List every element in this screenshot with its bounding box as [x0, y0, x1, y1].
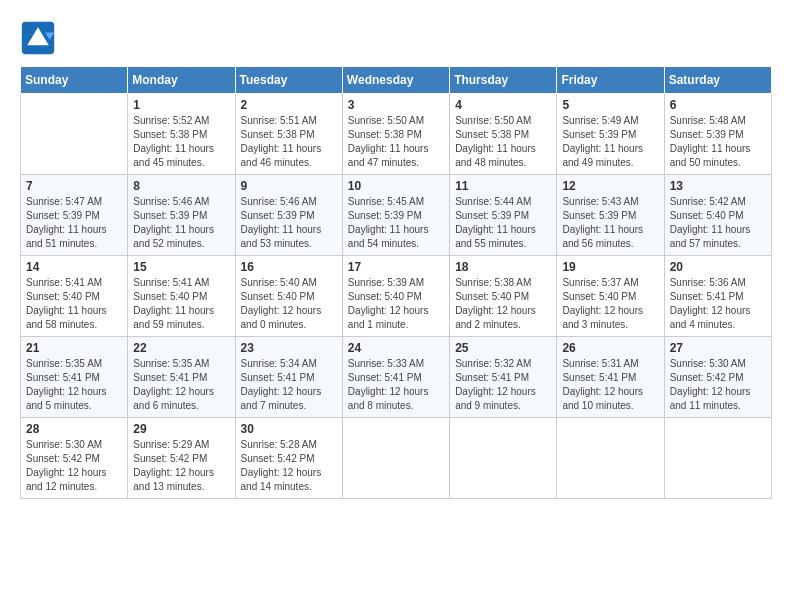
day-info: Sunrise: 5:41 AM Sunset: 5:40 PM Dayligh… [133, 276, 229, 332]
week-row-4: 21Sunrise: 5:35 AM Sunset: 5:41 PM Dayli… [21, 337, 772, 418]
day-cell: 2Sunrise: 5:51 AM Sunset: 5:38 PM Daylig… [235, 94, 342, 175]
day-number: 5 [562, 98, 658, 112]
day-cell: 11Sunrise: 5:44 AM Sunset: 5:39 PM Dayli… [450, 175, 557, 256]
day-cell: 28Sunrise: 5:30 AM Sunset: 5:42 PM Dayli… [21, 418, 128, 499]
day-cell [342, 418, 449, 499]
header-cell-thursday: Thursday [450, 67, 557, 94]
day-cell: 10Sunrise: 5:45 AM Sunset: 5:39 PM Dayli… [342, 175, 449, 256]
header-row: SundayMondayTuesdayWednesdayThursdayFrid… [21, 67, 772, 94]
day-cell: 9Sunrise: 5:46 AM Sunset: 5:39 PM Daylig… [235, 175, 342, 256]
day-cell: 16Sunrise: 5:40 AM Sunset: 5:40 PM Dayli… [235, 256, 342, 337]
day-info: Sunrise: 5:43 AM Sunset: 5:39 PM Dayligh… [562, 195, 658, 251]
day-info: Sunrise: 5:30 AM Sunset: 5:42 PM Dayligh… [26, 438, 122, 494]
day-number: 20 [670, 260, 766, 274]
day-info: Sunrise: 5:46 AM Sunset: 5:39 PM Dayligh… [133, 195, 229, 251]
day-cell: 1Sunrise: 5:52 AM Sunset: 5:38 PM Daylig… [128, 94, 235, 175]
day-cell [450, 418, 557, 499]
day-info: Sunrise: 5:47 AM Sunset: 5:39 PM Dayligh… [26, 195, 122, 251]
day-info: Sunrise: 5:50 AM Sunset: 5:38 PM Dayligh… [348, 114, 444, 170]
day-number: 18 [455, 260, 551, 274]
day-info: Sunrise: 5:30 AM Sunset: 5:42 PM Dayligh… [670, 357, 766, 413]
day-info: Sunrise: 5:50 AM Sunset: 5:38 PM Dayligh… [455, 114, 551, 170]
day-number: 24 [348, 341, 444, 355]
day-info: Sunrise: 5:52 AM Sunset: 5:38 PM Dayligh… [133, 114, 229, 170]
day-info: Sunrise: 5:35 AM Sunset: 5:41 PM Dayligh… [26, 357, 122, 413]
day-number: 16 [241, 260, 337, 274]
day-cell: 17Sunrise: 5:39 AM Sunset: 5:40 PM Dayli… [342, 256, 449, 337]
logo-icon [20, 20, 56, 56]
day-info: Sunrise: 5:31 AM Sunset: 5:41 PM Dayligh… [562, 357, 658, 413]
day-number: 27 [670, 341, 766, 355]
day-cell: 22Sunrise: 5:35 AM Sunset: 5:41 PM Dayli… [128, 337, 235, 418]
day-info: Sunrise: 5:45 AM Sunset: 5:39 PM Dayligh… [348, 195, 444, 251]
day-number: 6 [670, 98, 766, 112]
day-cell: 7Sunrise: 5:47 AM Sunset: 5:39 PM Daylig… [21, 175, 128, 256]
day-number: 23 [241, 341, 337, 355]
day-cell [557, 418, 664, 499]
day-cell: 3Sunrise: 5:50 AM Sunset: 5:38 PM Daylig… [342, 94, 449, 175]
day-cell: 27Sunrise: 5:30 AM Sunset: 5:42 PM Dayli… [664, 337, 771, 418]
day-info: Sunrise: 5:39 AM Sunset: 5:40 PM Dayligh… [348, 276, 444, 332]
day-cell: 29Sunrise: 5:29 AM Sunset: 5:42 PM Dayli… [128, 418, 235, 499]
day-cell [664, 418, 771, 499]
day-cell: 12Sunrise: 5:43 AM Sunset: 5:39 PM Dayli… [557, 175, 664, 256]
day-number: 4 [455, 98, 551, 112]
day-cell [21, 94, 128, 175]
day-cell: 20Sunrise: 5:36 AM Sunset: 5:41 PM Dayli… [664, 256, 771, 337]
day-number: 1 [133, 98, 229, 112]
week-row-3: 14Sunrise: 5:41 AM Sunset: 5:40 PM Dayli… [21, 256, 772, 337]
day-number: 29 [133, 422, 229, 436]
day-cell: 13Sunrise: 5:42 AM Sunset: 5:40 PM Dayli… [664, 175, 771, 256]
day-cell: 5Sunrise: 5:49 AM Sunset: 5:39 PM Daylig… [557, 94, 664, 175]
day-cell: 15Sunrise: 5:41 AM Sunset: 5:40 PM Dayli… [128, 256, 235, 337]
header-cell-friday: Friday [557, 67, 664, 94]
day-info: Sunrise: 5:34 AM Sunset: 5:41 PM Dayligh… [241, 357, 337, 413]
day-cell: 30Sunrise: 5:28 AM Sunset: 5:42 PM Dayli… [235, 418, 342, 499]
day-number: 30 [241, 422, 337, 436]
day-number: 21 [26, 341, 122, 355]
day-number: 13 [670, 179, 766, 193]
day-info: Sunrise: 5:37 AM Sunset: 5:40 PM Dayligh… [562, 276, 658, 332]
logo [20, 20, 62, 56]
day-cell: 26Sunrise: 5:31 AM Sunset: 5:41 PM Dayli… [557, 337, 664, 418]
calendar-body: 1Sunrise: 5:52 AM Sunset: 5:38 PM Daylig… [21, 94, 772, 499]
week-row-5: 28Sunrise: 5:30 AM Sunset: 5:42 PM Dayli… [21, 418, 772, 499]
day-info: Sunrise: 5:35 AM Sunset: 5:41 PM Dayligh… [133, 357, 229, 413]
day-number: 10 [348, 179, 444, 193]
day-number: 2 [241, 98, 337, 112]
day-number: 15 [133, 260, 229, 274]
day-number: 11 [455, 179, 551, 193]
day-cell: 25Sunrise: 5:32 AM Sunset: 5:41 PM Dayli… [450, 337, 557, 418]
day-number: 8 [133, 179, 229, 193]
page-header [20, 20, 772, 56]
day-cell: 18Sunrise: 5:38 AM Sunset: 5:40 PM Dayli… [450, 256, 557, 337]
day-number: 26 [562, 341, 658, 355]
day-info: Sunrise: 5:38 AM Sunset: 5:40 PM Dayligh… [455, 276, 551, 332]
day-info: Sunrise: 5:48 AM Sunset: 5:39 PM Dayligh… [670, 114, 766, 170]
day-info: Sunrise: 5:28 AM Sunset: 5:42 PM Dayligh… [241, 438, 337, 494]
day-cell: 23Sunrise: 5:34 AM Sunset: 5:41 PM Dayli… [235, 337, 342, 418]
day-info: Sunrise: 5:42 AM Sunset: 5:40 PM Dayligh… [670, 195, 766, 251]
day-cell: 8Sunrise: 5:46 AM Sunset: 5:39 PM Daylig… [128, 175, 235, 256]
day-number: 14 [26, 260, 122, 274]
header-cell-tuesday: Tuesday [235, 67, 342, 94]
day-cell: 6Sunrise: 5:48 AM Sunset: 5:39 PM Daylig… [664, 94, 771, 175]
day-number: 12 [562, 179, 658, 193]
day-number: 3 [348, 98, 444, 112]
calendar-table: SundayMondayTuesdayWednesdayThursdayFrid… [20, 66, 772, 499]
header-cell-monday: Monday [128, 67, 235, 94]
day-info: Sunrise: 5:40 AM Sunset: 5:40 PM Dayligh… [241, 276, 337, 332]
header-cell-wednesday: Wednesday [342, 67, 449, 94]
day-number: 9 [241, 179, 337, 193]
day-number: 22 [133, 341, 229, 355]
week-row-1: 1Sunrise: 5:52 AM Sunset: 5:38 PM Daylig… [21, 94, 772, 175]
calendar-header: SundayMondayTuesdayWednesdayThursdayFrid… [21, 67, 772, 94]
week-row-2: 7Sunrise: 5:47 AM Sunset: 5:39 PM Daylig… [21, 175, 772, 256]
day-number: 28 [26, 422, 122, 436]
day-info: Sunrise: 5:51 AM Sunset: 5:38 PM Dayligh… [241, 114, 337, 170]
day-info: Sunrise: 5:32 AM Sunset: 5:41 PM Dayligh… [455, 357, 551, 413]
day-number: 17 [348, 260, 444, 274]
day-number: 25 [455, 341, 551, 355]
day-number: 19 [562, 260, 658, 274]
day-info: Sunrise: 5:41 AM Sunset: 5:40 PM Dayligh… [26, 276, 122, 332]
